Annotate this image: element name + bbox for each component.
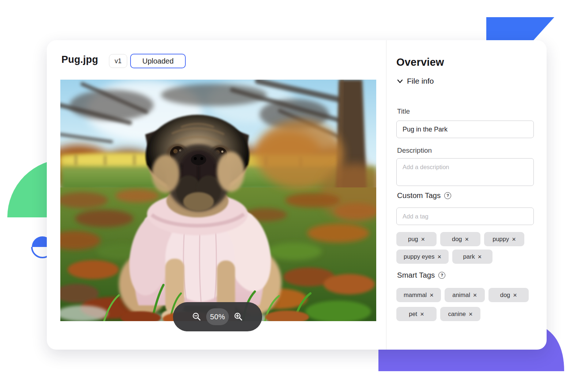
- remove-tag-icon[interactable]: ×: [478, 254, 482, 260]
- title-field-label: Title: [397, 107, 410, 115]
- remove-tag-icon[interactable]: ×: [421, 236, 425, 243]
- tag-chip-puppy[interactable]: puppy ×: [484, 232, 524, 246]
- remove-tag-icon[interactable]: ×: [512, 236, 516, 243]
- status-badge[interactable]: Uploaded: [130, 54, 186, 68]
- smart-tags-row-2: pet × canine ×: [396, 307, 480, 321]
- zoom-in-icon: [234, 312, 243, 321]
- tag-chip-park[interactable]: park ×: [452, 250, 492, 264]
- tag-chip-dog[interactable]: dog ×: [440, 232, 480, 246]
- tag-chip-pet[interactable]: pet ×: [396, 307, 437, 321]
- zoom-toolbar: 50%: [173, 302, 262, 331]
- file-info-toggle[interactable]: File info: [396, 77, 434, 85]
- tag-label: dog: [500, 292, 510, 298]
- custom-tags-label: Custom Tags: [397, 191, 441, 200]
- zoom-in-button[interactable]: [234, 312, 243, 321]
- question-circle-icon[interactable]: ?: [438, 272, 445, 279]
- tag-label: pug: [408, 236, 418, 243]
- page: Pug.jpg v1 Uploaded: [0, 0, 585, 392]
- file-name: Pug.jpg: [61, 54, 98, 65]
- parallelogram-shape: [486, 17, 554, 43]
- chevron-down-icon: [396, 77, 404, 85]
- remove-tag-icon[interactable]: ×: [430, 292, 434, 298]
- zoom-out-icon: [192, 312, 201, 321]
- asset-photo: [60, 80, 376, 321]
- tag-label: puppy eyes: [404, 253, 434, 260]
- tag-label: animal: [452, 292, 470, 298]
- tag-chip-canine[interactable]: canine ×: [440, 307, 480, 321]
- tag-label: canine: [448, 311, 466, 317]
- tag-chip-mammal[interactable]: mammal ×: [396, 288, 441, 302]
- title-input[interactable]: [396, 121, 534, 138]
- add-tag-input[interactable]: [396, 208, 534, 225]
- version-badge[interactable]: v1: [109, 54, 127, 68]
- asset-detail-card: Pug.jpg v1 Uploaded: [47, 40, 547, 350]
- file-info-label: File info: [407, 77, 434, 85]
- remove-tag-icon[interactable]: ×: [420, 311, 424, 317]
- tag-label: pet: [409, 311, 417, 317]
- tag-chip-dog-smart[interactable]: dog ×: [488, 288, 529, 302]
- question-circle-icon[interactable]: ?: [444, 192, 451, 199]
- tag-label: mammal: [404, 292, 427, 298]
- smart-tags-row-1: mammal × animal × dog ×: [396, 288, 529, 302]
- panel-title: Overview: [396, 56, 444, 68]
- remove-tag-icon[interactable]: ×: [473, 292, 477, 298]
- remove-tag-icon[interactable]: ×: [513, 292, 517, 298]
- zoom-out-button[interactable]: [192, 312, 201, 321]
- zoom-level: 50%: [206, 308, 229, 325]
- custom-tags-row-1: pug × dog × puppy ×: [396, 232, 524, 246]
- tag-label: dog: [452, 236, 462, 243]
- remove-tag-icon[interactable]: ×: [465, 236, 469, 243]
- description-input[interactable]: [396, 158, 534, 186]
- tag-chip-puppy-eyes[interactable]: puppy eyes ×: [396, 250, 449, 264]
- tag-chip-animal[interactable]: animal ×: [445, 288, 485, 302]
- tag-chip-pug[interactable]: pug ×: [396, 232, 437, 246]
- tag-label: park: [463, 253, 475, 260]
- tag-label: puppy: [492, 236, 509, 243]
- smart-tags-heading: Smart Tags ?: [397, 271, 445, 279]
- custom-tags-heading: Custom Tags ?: [397, 191, 451, 200]
- remove-tag-icon[interactable]: ×: [469, 311, 473, 317]
- smart-tags-label: Smart Tags: [397, 271, 435, 279]
- description-field-label: Description: [397, 146, 432, 155]
- remove-tag-icon[interactable]: ×: [437, 254, 441, 260]
- custom-tags-row-2: puppy eyes × park ×: [396, 250, 492, 264]
- overview-panel: Overview File info Title Description Cus…: [386, 40, 547, 350]
